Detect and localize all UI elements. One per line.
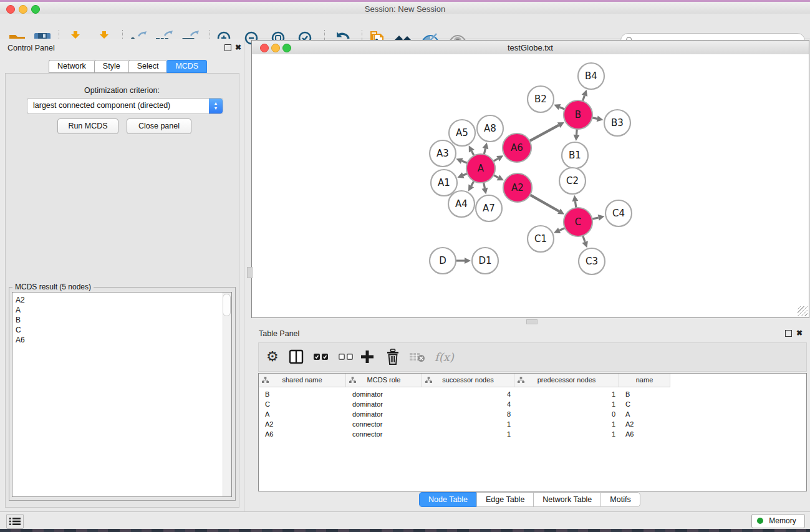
- graph-arrowhead: [465, 258, 471, 264]
- table-row[interactable]: Cdominator 41 C: [259, 399, 670, 409]
- graph-edge-A-A6[interactable]: [493, 158, 498, 161]
- table-toolbar: ⚙ f(x): [258, 342, 807, 372]
- tab-network[interactable]: Network: [49, 60, 94, 73]
- tab-mcds[interactable]: MCDS: [166, 60, 207, 73]
- add-column-icon[interactable]: [360, 348, 374, 365]
- list-item[interactable]: B: [16, 315, 25, 325]
- close-panel-icon[interactable]: ✖: [235, 44, 241, 51]
- column-header-shared-name[interactable]: shared name: [259, 374, 346, 387]
- mcds-result-group: MCDS result (5 nodes) A2 A B C A6: [9, 287, 236, 501]
- scrollbar-thumb[interactable]: [223, 294, 231, 316]
- graph-edge-B-B1[interactable]: [577, 129, 577, 135]
- table-panel-tabs: Node Table Edge Table Network Table Moti…: [419, 492, 640, 507]
- delete-table-icon[interactable]: [409, 348, 425, 365]
- graph-edge-A-A3[interactable]: [462, 161, 468, 163]
- column-header-mcds-role[interactable]: MCDS role: [346, 374, 422, 387]
- tab-select[interactable]: Select: [128, 60, 167, 73]
- graph-node-label: C: [575, 216, 581, 228]
- graph-edge-A-A4[interactable]: [471, 181, 474, 186]
- list-item[interactable]: A2: [16, 295, 25, 305]
- column-header-predecessor-nodes[interactable]: predecessor nodes: [514, 374, 619, 387]
- pane-divider-handle[interactable]: [247, 267, 253, 278]
- column-header-successor-nodes[interactable]: successor nodes: [422, 374, 514, 387]
- list-item[interactable]: C: [16, 325, 25, 335]
- deselect-all-icon[interactable]: [339, 348, 354, 365]
- desktop-background-strip: [0, 529, 810, 532]
- graph-edge-B-B4[interactable]: [582, 95, 584, 101]
- control-panel-title: Control Panel: [7, 44, 55, 52]
- network-canvas[interactable]: B4B2BB3B1A5A8A3A6AA1A2A4A7C2C4CC1C3DD1: [252, 54, 809, 317]
- delete-column-trash-icon[interactable]: [385, 348, 400, 365]
- graph-node-label: D: [439, 255, 446, 266]
- graph-edge-A-A2[interactable]: [493, 175, 498, 178]
- graph-edge-B-B3[interactable]: [592, 118, 597, 119]
- tab-style[interactable]: Style: [94, 60, 128, 73]
- tab-network-table[interactable]: Network Table: [533, 492, 600, 507]
- resize-grip-icon[interactable]: [798, 306, 808, 316]
- graph-edge-C-C4[interactable]: [592, 218, 598, 219]
- tab-motifs[interactable]: Motifs: [600, 492, 640, 507]
- close-panel-icon[interactable]: ✖: [796, 330, 803, 337]
- select-all-icon[interactable]: [314, 348, 329, 365]
- mcds-result-title: MCDS result (5 nodes): [12, 283, 94, 291]
- mcds-result-list[interactable]: A2 A B C A6: [12, 292, 232, 497]
- graph-arrowhead: [582, 90, 587, 97]
- graph-edge-A6-B[interactable]: [529, 125, 559, 141]
- table-row[interactable]: Adominator 80 A: [259, 409, 670, 419]
- function-builder-icon[interactable]: f(x): [435, 348, 454, 365]
- graph-node-label: A8: [484, 123, 496, 134]
- graph-arrowhead: [482, 188, 488, 195]
- window-titlebar[interactable]: Session: New Session: [0, 2, 810, 14]
- graph-node-label: A5: [456, 127, 468, 138]
- split-panel-icon[interactable]: [289, 348, 304, 365]
- graph-edge-B-B2[interactable]: [559, 107, 564, 109]
- close-panel-button[interactable]: Close panel: [127, 118, 191, 134]
- run-mcds-button[interactable]: Run MCDS: [57, 118, 118, 134]
- memory-button[interactable]: Memory: [751, 514, 805, 528]
- graph-arrowhead: [582, 241, 587, 248]
- table-row[interactable]: A6connector 11 A6: [259, 429, 670, 439]
- column-header-name[interactable]: name: [619, 374, 670, 387]
- table-row[interactable]: Bdominator 41 B: [259, 389, 670, 399]
- network-window-titlebar[interactable]: testGlobe.txt: [252, 41, 809, 55]
- graph-arrowhead: [483, 142, 489, 149]
- float-panel-icon[interactable]: [785, 330, 792, 337]
- table-panel: Table Panel ✖ ⚙ f(x): [251, 324, 810, 511]
- column-settings-gear-icon[interactable]: ⚙: [266, 348, 279, 365]
- graph-node-label: A6: [511, 142, 523, 153]
- graph-arrowhead: [598, 215, 605, 221]
- table-row[interactable]: A2connector 11 A2: [259, 419, 670, 429]
- graph-node-label: C2: [566, 175, 579, 186]
- memory-label: Memory: [769, 516, 796, 525]
- graph-node-label: B3: [611, 117, 624, 128]
- attribute-icon: [262, 377, 269, 384]
- control-panel-tabs: Network Style Select MCDS: [49, 60, 207, 73]
- graph-edge-A-A8[interactable]: [484, 148, 485, 154]
- graph-edge-C-C1[interactable]: [559, 228, 565, 230]
- task-history-button[interactable]: [6, 514, 24, 529]
- graph-node-label: A3: [436, 148, 449, 159]
- attribute-icon: [518, 377, 524, 384]
- optimization-criterion-label: Optimization criterion:: [0, 86, 244, 95]
- graph-edge-C-C3[interactable]: [583, 236, 586, 242]
- tab-node-table[interactable]: Node Table: [419, 492, 476, 507]
- tab-edge-table[interactable]: Edge Table: [476, 492, 533, 507]
- graph-node-label: C3: [586, 256, 598, 267]
- graph-node-label: A2: [511, 182, 524, 193]
- application-window: Session: New Session: [0, 0, 810, 532]
- graph-arrowhead: [597, 115, 604, 122]
- graph-edge-A-A5[interactable]: [471, 151, 474, 155]
- list-item[interactable]: A: [16, 305, 25, 315]
- graph-node-label: D1: [478, 255, 491, 266]
- list-item[interactable]: A6: [16, 335, 25, 345]
- optimization-criterion-select[interactable]: largest connected component (directed) ▲…: [27, 98, 223, 114]
- graph-edge-A-A7[interactable]: [484, 183, 485, 188]
- pane-divider-handle[interactable]: [526, 319, 538, 324]
- network-graph[interactable]: B4B2BB3B1A5A8A3A6AA1A2A4A7C2C4CC1C3DD1: [252, 54, 809, 317]
- scrollbar-track[interactable]: [223, 293, 231, 496]
- graph-edge-A2-C[interactable]: [530, 195, 559, 211]
- node-table[interactable]: shared name MCDS role successor nodes pr…: [258, 373, 807, 491]
- graph-node-label: B2: [534, 94, 547, 105]
- float-panel-icon[interactable]: [224, 44, 231, 51]
- graph-edge-C-C2[interactable]: [575, 201, 576, 208]
